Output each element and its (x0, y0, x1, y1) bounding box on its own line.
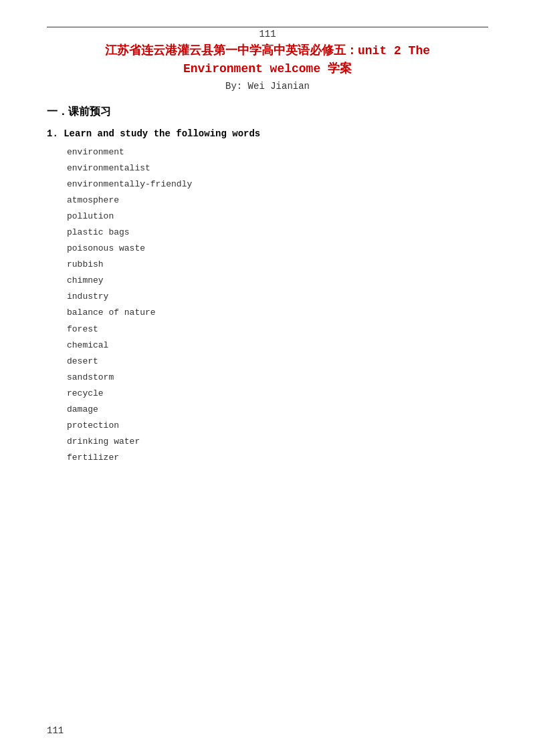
list-item: environmentally-friendly (67, 176, 488, 193)
list-item: pollution (67, 209, 488, 225)
list-item: atmosphere (67, 193, 488, 209)
list-item: plastic bags (67, 225, 488, 241)
title-section: 江苏省连云港灌云县第一中学高中英语必修五：unit 2 The Environm… (47, 42, 488, 92)
list-item: environmentalist (67, 160, 488, 176)
list-item: protection (67, 418, 488, 434)
list-item: drinking water (67, 434, 488, 450)
list-item: rubbish (67, 257, 488, 273)
list-item: chimney (67, 273, 488, 289)
list-item: recycle (67, 386, 488, 402)
page: 111 江苏省连云港灌云县第一中学高中英语必修五：unit 2 The Envi… (0, 0, 535, 756)
list-item: desert (67, 354, 488, 370)
top-divider (47, 27, 488, 27)
list-item: chemical (67, 338, 488, 354)
list-item: industry (67, 289, 488, 305)
word-list: environmentenvironmentalistenvironmental… (47, 144, 488, 466)
list-item: environment (67, 144, 488, 160)
page-number-bottom: 111 (47, 725, 64, 736)
list-item: fertilizer (67, 450, 488, 466)
list-item: sandstorm (67, 370, 488, 386)
list-item-1-label: 1. Learn and study the following words (47, 128, 488, 139)
page-number-top: 111 (47, 29, 488, 39)
list-item: forest (67, 322, 488, 338)
list-item: poisonous waste (67, 241, 488, 257)
title-line2: Environment welcome 学案 (183, 62, 352, 76)
title-line1: 江苏省连云港灌云县第一中学高中英语必修五：unit 2 The (105, 44, 430, 57)
list-item: damage (67, 402, 488, 418)
main-title: 江苏省连云港灌云县第一中学高中英语必修五：unit 2 The Environm… (47, 42, 488, 78)
chinese-section-heading: 一．课前预习 (47, 105, 488, 119)
list-item: balance of nature (67, 305, 488, 321)
subtitle: By: Wei Jianian (47, 81, 488, 92)
